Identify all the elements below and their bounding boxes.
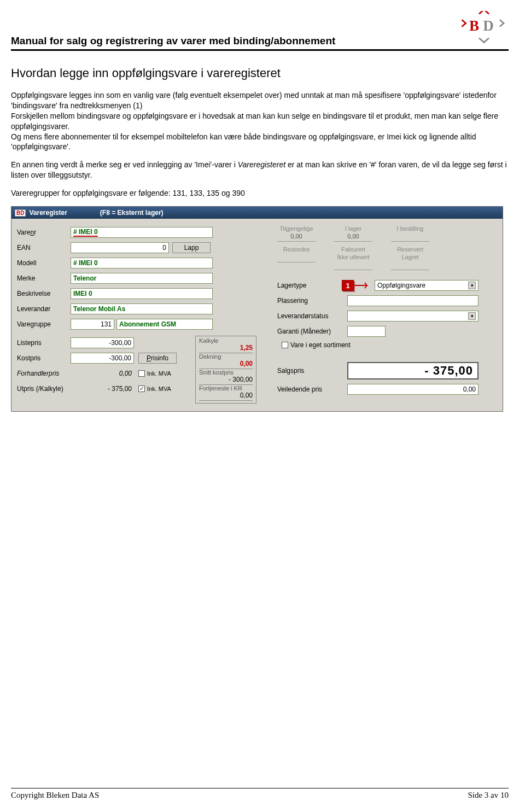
- p4a: En annen ting verdt å merke seg er ved i…: [11, 160, 238, 169]
- utpris-label: Utpris (/Kalkyle): [17, 385, 71, 393]
- vare-eget-checkbox[interactable]: [282, 342, 288, 348]
- kostpris-input[interactable]: -300,00: [71, 353, 134, 364]
- restordre-label: Restordre: [283, 246, 310, 253]
- merke-label: Merke: [17, 274, 71, 282]
- window-title: Vareregister: [29, 209, 67, 217]
- paragraph-1: Oppfølgingsvare legges inn som en vanlig…: [11, 90, 509, 152]
- ean-input[interactable]: 0: [71, 242, 169, 253]
- tilgjengelige-value: 0,00: [277, 233, 316, 242]
- kostpris-label: Kostpris: [17, 354, 71, 362]
- leverandorstatus-select[interactable]: ▾: [347, 311, 479, 322]
- kalkyle-value: 1,25: [199, 344, 253, 353]
- veiledende-input[interactable]: 0,00: [347, 384, 479, 395]
- vareregister-window: BD Vareregister (F8 = Eksternt lager) Va…: [11, 206, 503, 412]
- merke-input[interactable]: Telenor: [71, 273, 213, 284]
- snitt-value: - 300,00: [199, 376, 253, 385]
- listepris-label: Listepris: [17, 339, 71, 347]
- modell-input[interactable]: # IMEI 0: [71, 258, 213, 268]
- plassering-input[interactable]: [347, 295, 479, 306]
- garanti-label: Garanti (Måneder): [277, 328, 347, 335]
- garanti-input[interactable]: [347, 326, 386, 337]
- window-titlebar: BD Vareregister (F8 = Eksternt lager): [11, 207, 503, 219]
- inkmva-label-2: Ink. MVA: [147, 385, 171, 392]
- varegruppe-label: Varegruppe: [17, 320, 71, 328]
- salgspris-label: Salgspris: [277, 367, 347, 375]
- fakturert-label: Fakturert: [341, 246, 365, 253]
- paragraph-1-text: Oppfølgingsvare legges inn som en vanlig…: [11, 91, 497, 110]
- fakturert-value: [334, 261, 372, 270]
- prisinfo-button[interactable]: Prisinfo: [138, 353, 177, 364]
- forhandlerpris-label: Forhandlerpris: [17, 370, 71, 377]
- kalkyle-label: Kalkyle: [199, 337, 253, 344]
- footer-page: Side 3 av 10: [468, 791, 509, 800]
- callout-badge-1: 1: [342, 280, 354, 291]
- lagertype-select[interactable]: Oppfølgingsvare ▾: [375, 280, 479, 291]
- paragraph-3-text: Og mens flere abonnementer til for eksem…: [11, 132, 476, 151]
- salgspris-value[interactable]: - 375,00: [347, 362, 479, 379]
- vare-eget-label: Vare i eget sortiment: [290, 341, 351, 349]
- stock-summary-2: Restordre Fakturert Ikke utlevert Reserv…: [277, 246, 498, 270]
- form-right: Tilgjengelige 0,00 I lager 0,00 I bestil…: [277, 225, 498, 404]
- paragraph-5: Vareregrupper for oppfølgingsvare er føl…: [11, 188, 509, 198]
- plassering-label: Plassering: [277, 297, 347, 305]
- leverandor-label: Leverandør: [17, 305, 71, 313]
- varegruppe-text-input[interactable]: Abonnement GSM: [116, 319, 213, 330]
- modell-label: Modell: [17, 259, 71, 267]
- snitt-label: Snitt kostpris: [199, 369, 253, 376]
- lagertype-value: Oppfølgingsvare: [377, 282, 425, 289]
- lagret-label: Lagret: [401, 254, 418, 260]
- ilager-value: 0,00: [334, 233, 372, 242]
- stock-summary: Tilgjengelige 0,00 I lager 0,00 I bestil…: [277, 225, 498, 242]
- tilgjengelige-label: Tilgjengelige: [279, 225, 313, 232]
- callout-arrow-icon: [354, 280, 370, 291]
- paragraph-4: En annen ting verdt å merke seg er ved i…: [11, 160, 509, 180]
- varenr-label: Varenr: [17, 229, 71, 236]
- leverandor-input[interactable]: Telenor Mobil As: [71, 303, 213, 314]
- ikkeutlevert-label: Ikke utlevert: [337, 254, 369, 260]
- paragraph-2-text: Forskjellen mellom bindingsvare og oppfø…: [11, 112, 498, 131]
- kalkyle-box: Kalkyle 1,25 Dekning 0,00 Snitt kostpris…: [195, 336, 256, 404]
- svg-text:B: B: [469, 17, 479, 34]
- ilager-label: I lager: [345, 225, 362, 232]
- svg-text:D: D: [483, 17, 494, 34]
- p4-em: Vareregisteret: [238, 160, 285, 169]
- bd-logo-icon: B D: [459, 11, 509, 45]
- page-header: Manual for salg og registrering av varer…: [11, 11, 509, 51]
- fortjeneste-value: 0,00: [199, 392, 253, 401]
- dekning-value: 0,00: [199, 360, 253, 369]
- manual-title: Manual for salg og registrering av varer…: [11, 35, 459, 47]
- footer-copyright: Copyright Bleken Data AS: [11, 791, 99, 800]
- beskrivelse-label: Beskrivelse: [17, 290, 71, 297]
- inkmva-checkbox-1[interactable]: [138, 370, 145, 377]
- leverandorstatus-label: Leverandørstatus: [277, 312, 347, 320]
- varenr-value: # IMEI 0: [73, 228, 98, 237]
- fortjeneste-label: Fortjeneste i KR: [199, 385, 253, 392]
- ean-label: EAN: [17, 244, 71, 252]
- reservert-value: [391, 261, 429, 270]
- page-footer: Copyright Bleken Data AS Side 3 av 10: [11, 788, 509, 800]
- ibestilling-label: I bestilling: [397, 225, 424, 232]
- form-left: Varenr # IMEI 0 EAN 0 Lapp Modell # IMEI…: [17, 225, 269, 404]
- veiledende-label: Veiledende pris: [277, 385, 347, 393]
- lagertype-label: Lagertype: [277, 282, 347, 289]
- bd-logo: B D: [459, 11, 509, 47]
- forhandlerpris-value: 0,00: [71, 368, 134, 379]
- utpris-value: - 375,00: [71, 383, 134, 394]
- window-icon: BD: [15, 209, 26, 217]
- section-title: Hvordan legge inn oppfølgingsvare i vare…: [11, 66, 509, 80]
- chevron-down-icon: ▾: [468, 312, 476, 320]
- dekning-label: Dekning: [199, 353, 253, 360]
- varenr-input[interactable]: # IMEI 0: [71, 227, 213, 238]
- reservert-label: Reservert: [397, 246, 423, 253]
- ibestilling-value: [391, 233, 429, 242]
- lapp-button[interactable]: Lapp: [172, 242, 211, 253]
- listepris-input[interactable]: -300,00: [71, 337, 134, 348]
- beskrivelse-input[interactable]: IMEI 0: [71, 288, 213, 299]
- inkmva-label-1: Ink. MVA: [147, 370, 171, 377]
- varegruppe-code-input[interactable]: 131: [71, 319, 114, 330]
- inkmva-checkbox-2[interactable]: [138, 385, 145, 392]
- restordre-value: [277, 254, 316, 262]
- window-subtitle: (F8 = Eksternt lager): [100, 209, 164, 217]
- chevron-down-icon: ▾: [468, 282, 476, 289]
